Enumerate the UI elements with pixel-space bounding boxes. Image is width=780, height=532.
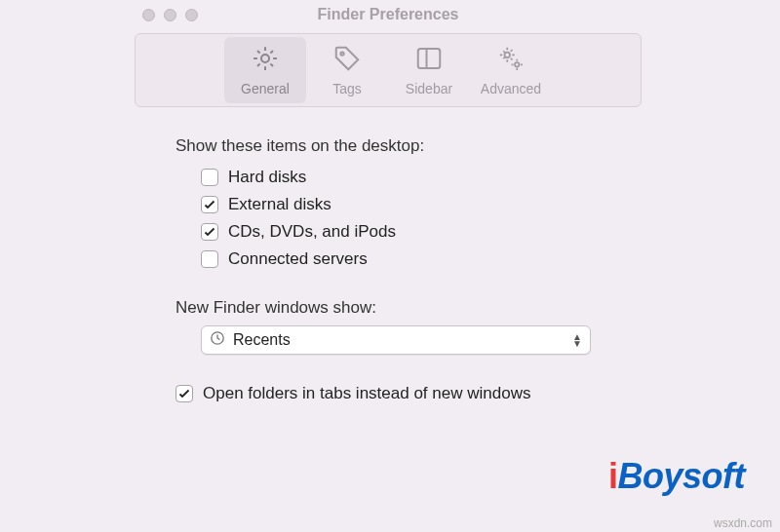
tab-general[interactable]: General	[224, 37, 306, 103]
tab-label: Sidebar	[406, 81, 452, 96]
clock-icon	[210, 330, 225, 351]
option-connected-servers[interactable]: Connected servers	[176, 246, 610, 273]
popup-selected-label: Recents	[233, 331, 291, 349]
option-label: CDs, DVDs, and iPods	[228, 222, 396, 242]
desktop-items-label: Show these items on the desktop:	[176, 136, 610, 156]
option-cds-dvds-ipods[interactable]: CDs, DVDs, and iPods	[176, 218, 610, 246]
chevron-updown-icon: ▲▼	[572, 333, 582, 347]
tag-icon	[332, 44, 362, 78]
general-pane: Show these items on the desktop: Hard di…	[125, 107, 651, 417]
tab-label: Advanced	[481, 81, 541, 96]
footer-source: wsxdn.com	[714, 516, 772, 530]
svg-point-5	[515, 62, 520, 67]
toolbar: General Tags Sidebar	[135, 33, 642, 107]
tab-tags[interactable]: Tags	[306, 37, 388, 103]
window-title: Finder Preferences	[125, 6, 651, 23]
svg-point-1	[340, 52, 343, 55]
tab-sidebar[interactable]: Sidebar	[388, 37, 470, 103]
tab-advanced[interactable]: Advanced	[470, 37, 552, 103]
checkbox[interactable]	[176, 385, 193, 402]
gear-icon	[251, 44, 280, 78]
new-windows-label: New Finder windows show:	[176, 298, 610, 318]
option-label: External disks	[228, 195, 332, 214]
option-external-disks[interactable]: External disks	[176, 191, 610, 218]
svg-rect-2	[418, 49, 441, 68]
option-label: Open folders in tabs instead of new wind…	[203, 384, 530, 403]
checkbox[interactable]	[201, 223, 218, 241]
gears-icon	[496, 44, 526, 78]
option-label: Connected servers	[228, 249, 368, 269]
option-open-in-tabs[interactable]: Open folders in tabs instead of new wind…	[176, 380, 610, 407]
svg-point-0	[261, 55, 269, 62]
option-hard-disks[interactable]: Hard disks	[176, 164, 610, 191]
tab-label: General	[241, 81, 290, 96]
option-label: Hard disks	[228, 168, 306, 187]
sidebar-icon	[414, 44, 444, 78]
new-windows-popup[interactable]: Recents ▲▼	[201, 325, 591, 355]
checkbox[interactable]	[201, 250, 218, 268]
svg-point-4	[505, 53, 511, 58]
checkbox[interactable]	[201, 169, 218, 186]
watermark: iBoysoft	[608, 456, 745, 497]
tab-label: Tags	[332, 81, 362, 96]
titlebar: Finder Preferences	[125, 0, 651, 29]
preferences-window: Finder Preferences General Tags	[125, 0, 651, 417]
checkbox[interactable]	[201, 196, 218, 213]
